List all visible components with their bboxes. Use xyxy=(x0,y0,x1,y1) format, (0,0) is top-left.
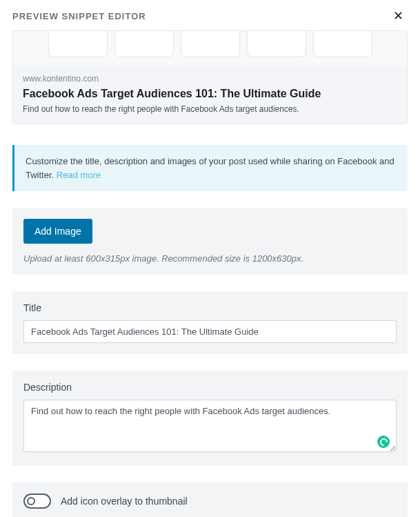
placeholder-box xyxy=(48,31,108,57)
placeholder-box xyxy=(114,31,174,57)
overlay-toggle-row: Add icon overlay to thumbnail xyxy=(23,494,397,509)
description-section: Description Find out how to reach the ri… xyxy=(12,371,408,466)
close-button[interactable]: ✕ xyxy=(389,8,408,23)
image-upload-hint: Upload at least 600x315px image. Recomme… xyxy=(23,253,397,264)
overlay-section: Add icon overlay to thumbnail xyxy=(12,482,408,517)
preview-description: Find out how to reach the right people w… xyxy=(23,104,397,114)
add-image-button[interactable]: Add Image xyxy=(23,219,92,244)
description-label: Description xyxy=(23,382,397,393)
overlay-toggle[interactable] xyxy=(23,494,51,509)
info-banner: Customize the title, description and ima… xyxy=(12,145,408,191)
preview-title: Facebook Ads Target Audiences 101: The U… xyxy=(23,88,397,100)
title-label: Title xyxy=(23,302,397,313)
placeholder-box xyxy=(313,31,372,57)
preview-meta: www.kontentino.com Facebook Ads Target A… xyxy=(13,66,407,124)
editor-title: PREVIEW SNIPPET EDITOR xyxy=(12,11,146,21)
overlay-toggle-label: Add icon overlay to thumbnail xyxy=(61,496,188,507)
placeholder-box xyxy=(247,31,306,57)
close-icon: ✕ xyxy=(393,9,403,23)
title-section: Title xyxy=(12,291,408,354)
title-input[interactable] xyxy=(23,320,397,343)
placeholder-box xyxy=(181,31,240,57)
description-input[interactable]: Find out how to reach the right people w… xyxy=(23,400,397,452)
preview-card: www.kontentino.com Facebook Ads Target A… xyxy=(12,30,408,124)
preview-card-container: www.kontentino.com Facebook Ads Target A… xyxy=(0,30,420,131)
grammarly-icon[interactable] xyxy=(377,436,390,448)
toggle-knob-icon xyxy=(27,497,35,505)
placeholder-row xyxy=(13,31,407,57)
image-upload-section: Add Image Upload at least 600x315px imag… xyxy=(12,208,408,275)
editor-header: PREVIEW SNIPPET EDITOR ✕ xyxy=(0,0,420,30)
read-more-link[interactable]: Read more xyxy=(57,170,101,180)
preview-domain: www.kontentino.com xyxy=(23,74,397,84)
preview-image-area xyxy=(13,31,407,66)
description-wrap: Find out how to reach the right people w… xyxy=(23,400,397,455)
